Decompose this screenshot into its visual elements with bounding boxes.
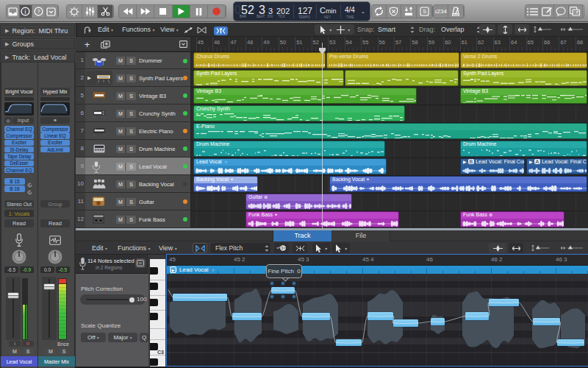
svg-text:i: i bbox=[25, 8, 26, 15]
svg-text:S: S bbox=[422, 8, 426, 15]
svg-text:?: ? bbox=[37, 8, 40, 15]
